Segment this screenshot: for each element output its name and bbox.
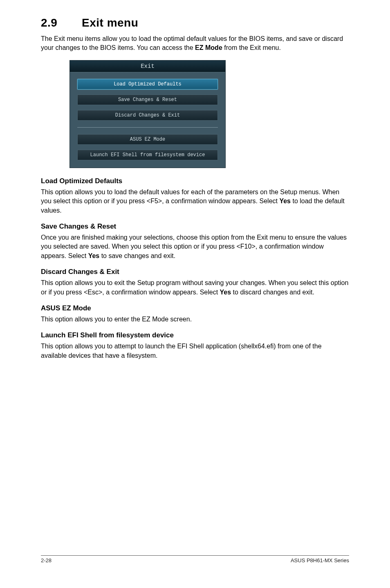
section-title: 2.9Exit menu [41, 16, 349, 29]
scr-text-2: to save changes and exit. [99, 252, 175, 259]
bios-btn-discard-changes-exit[interactable]: Discard Changes & Exit [77, 110, 218, 121]
scr-bold-yes: Yes [88, 252, 100, 259]
bios-title: Exit [70, 61, 225, 72]
scr-text-1: Once you are finished making your select… [41, 234, 347, 259]
heading-launch-efi-shell: Launch EFI Shell from filesystem device [41, 331, 349, 339]
heading-load-optimized-defaults: Load Optimized Defaults [41, 177, 349, 185]
dce-bold-yes: Yes [220, 289, 231, 296]
heading-save-changes-reset: Save Changes & Reset [41, 222, 349, 231]
section-number: 2.9 [41, 16, 82, 29]
intro-bold-ezmode: EZ Mode [195, 44, 222, 51]
bios-btn-save-changes-reset[interactable]: Save Changes & Reset [77, 94, 218, 105]
heading-discard-changes-exit: Discard Changes & Exit [41, 268, 349, 276]
bios-btn-launch-efi-shell[interactable]: Launch EFI Shell from filesystem device [77, 150, 218, 160]
dce-text-2: to discard changes and exit. [231, 289, 314, 296]
footer-page-number: 2-28 [41, 557, 52, 563]
page-footer: 2-28 ASUS P8H61-MX Series [41, 555, 349, 563]
body-discard-changes-exit: This option allows you to exit the Setup… [41, 278, 349, 297]
body-save-changes-reset: Once you are finished making your select… [41, 233, 349, 260]
bios-body: Load Optimized Defaults Save Changes & R… [70, 72, 225, 168]
body-asus-ez-mode: This option allows you to enter the EZ M… [41, 315, 349, 324]
bios-exit-menu: Exit Load Optimized Defaults Save Change… [69, 60, 226, 168]
bios-btn-load-optimized-defaults[interactable]: Load Optimized Defaults [77, 79, 218, 90]
bios-separator [77, 127, 218, 128]
intro-paragraph: The Exit menu items allow you to load th… [41, 34, 349, 53]
footer-series: ASUS P8H61-MX Series [291, 557, 349, 563]
heading-asus-ez-mode: ASUS EZ Mode [41, 304, 349, 312]
intro-text-2: from the Exit menu. [222, 44, 281, 51]
body-load-optimized-defaults: This option allows you to load the defau… [41, 188, 349, 215]
section-title-text: Exit menu [82, 16, 138, 29]
body-launch-efi-shell: This option allows you to attempt to lau… [41, 342, 349, 360]
intro-text-1: The Exit menu items allow you to load th… [41, 35, 343, 51]
lod-bold-yes: Yes [279, 197, 291, 204]
bios-btn-asus-ez-mode[interactable]: ASUS EZ Mode [77, 134, 218, 145]
